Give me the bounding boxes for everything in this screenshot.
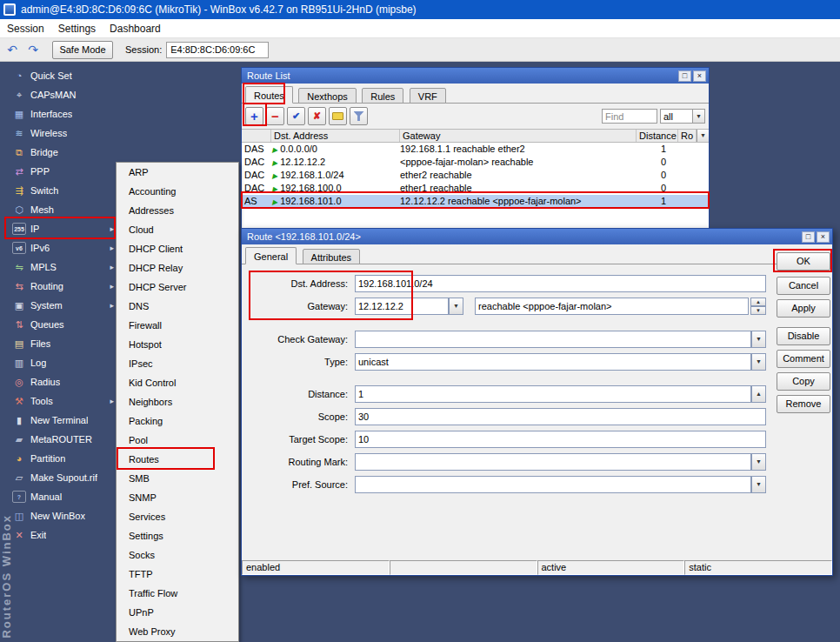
pref-source-dropdown-icon[interactable]: ▼	[751, 476, 766, 493]
sidebar-item[interactable]: ⌖ CAPsMAN	[10, 85, 116, 104]
menu-item[interactable]: Session	[0, 19, 51, 38]
dialog-button[interactable]: Remove	[777, 395, 830, 413]
sidebar-item[interactable]: ≋ Wireless	[10, 124, 116, 143]
submenu-item[interactable]: Neighbors	[117, 392, 238, 411]
dialog-button[interactable]: OK	[777, 252, 830, 271]
sidebar-item[interactable]: ▰ MetaROUTER	[10, 430, 116, 449]
sidebar-item[interactable]: ? Manual	[10, 487, 116, 506]
sidebar-item[interactable]: ▣ System ▸	[10, 296, 116, 315]
submenu-item[interactable]: IPsec	[117, 354, 238, 373]
column-dst-address[interactable]: Dst. Address	[271, 130, 400, 142]
chevron-down-icon[interactable]: ▼	[692, 110, 704, 123]
sidebar-item[interactable]: ◎ Radius	[10, 372, 116, 391]
submenu-item[interactable]: Hotspot	[117, 335, 238, 354]
submenu-item[interactable]: DNS	[117, 297, 238, 316]
type-dropdown-icon[interactable]: ▼	[751, 353, 766, 371]
sidebar-item[interactable]: ⇅ Queues	[10, 315, 116, 334]
column-distance[interactable]: Distance	[637, 130, 678, 142]
submenu-item[interactable]: Web Proxy	[117, 622, 238, 641]
sidebar-item[interactable]: ⚒ Tools ▸	[10, 391, 116, 411]
distance-up-icon[interactable]: ▲	[751, 385, 766, 403]
add-route-button[interactable]: +	[245, 107, 263, 125]
dialog-button[interactable]: Comment	[777, 350, 830, 368]
menu-item[interactable]: Dashboard	[103, 19, 168, 38]
sidebar-item[interactable]: ⇶ Switch	[10, 181, 116, 200]
submenu-item[interactable]: Settings	[117, 526, 238, 545]
type-combo[interactable]: unicast	[355, 353, 751, 371]
submenu-item[interactable]: TFTP	[117, 565, 238, 584]
submenu-item[interactable]: Accounting	[117, 182, 238, 201]
redo-icon[interactable]: ↷	[24, 41, 42, 58]
sidebar-item[interactable]: ⬡ Mesh	[10, 200, 116, 219]
column-routing-mark[interactable]: Ro	[678, 130, 697, 142]
find-input[interactable]	[602, 109, 657, 124]
pref-source-combo[interactable]	[355, 476, 751, 493]
close-icon[interactable]: ×	[817, 231, 830, 243]
check-gateway-dropdown-icon[interactable]: ▼	[751, 331, 766, 348]
spinner-up-icon[interactable]: ▲	[750, 298, 766, 306]
tab-nexthops[interactable]: Nexthops	[298, 88, 356, 104]
routing-mark-combo[interactable]	[355, 453, 751, 471]
enable-route-button[interactable]: ✔	[287, 107, 305, 125]
table-row[interactable]: DAC ▶12.12.12.2 <pppoe-fajar-molan> reac…	[242, 156, 709, 169]
sidebar-item[interactable]: ⇆ Routing ▸	[10, 277, 116, 296]
filter-button[interactable]	[350, 107, 368, 125]
submenu-item[interactable]: Addresses	[117, 201, 238, 220]
submenu-item[interactable]: DHCP Client	[117, 239, 238, 258]
sidebar-item[interactable]: ⇄ PPP	[10, 162, 116, 181]
sidebar-item[interactable]: ◫ New WinBox	[10, 506, 116, 525]
safe-mode-button[interactable]: Safe Mode	[52, 41, 113, 59]
route-list-titlebar[interactable]: Route List □ ×	[242, 68, 709, 84]
sidebar-item[interactable]: ⇋ MPLS ▸	[10, 257, 116, 277]
submenu-item[interactable]: ARP	[117, 163, 238, 182]
comment-button[interactable]	[329, 107, 347, 125]
table-row[interactable]: DAS ▶0.0.0.0/0 192.168.1.1 reachable eth…	[242, 143, 709, 156]
filter-scope-combo[interactable]: all ▼	[660, 109, 705, 124]
menu-item[interactable]: Settings	[51, 19, 103, 38]
dst-address-input[interactable]	[355, 275, 766, 292]
tab-vrf[interactable]: VRF	[410, 88, 446, 104]
dialog-button[interactable]: Apply	[777, 299, 830, 318]
maximize-icon[interactable]: □	[678, 70, 691, 82]
sidebar-item[interactable]: v6 IPv6 ▸	[10, 238, 116, 257]
submenu-item[interactable]: SNMP	[117, 488, 238, 507]
sidebar-item[interactable]: ◕ Partition	[10, 449, 116, 468]
close-icon[interactable]: ×	[693, 70, 706, 82]
submenu-item[interactable]: Kid Control	[117, 373, 238, 392]
column-gateway[interactable]: Gateway	[400, 130, 637, 142]
tab-routes[interactable]: Routes	[245, 86, 293, 104]
spinner-down-icon[interactable]: ▼	[750, 306, 766, 315]
undo-icon[interactable]: ↶	[3, 41, 21, 58]
sidebar-item[interactable]: ▮ New Terminal	[10, 411, 116, 430]
scope-input[interactable]	[355, 408, 766, 425]
tab-attributes[interactable]: Attributes	[303, 249, 360, 264]
submenu-item[interactable]: Services	[117, 507, 238, 526]
check-gateway-combo[interactable]	[355, 331, 751, 348]
submenu-item[interactable]: Traffic Flow	[117, 584, 238, 603]
sidebar-item[interactable]: 255 IP ▸	[10, 219, 116, 238]
routing-mark-dropdown-icon[interactable]: ▼	[751, 453, 766, 471]
dialog-button[interactable]: Disable	[777, 327, 830, 345]
sidebar-item[interactable]: ▦ Interfaces	[10, 104, 116, 124]
table-row[interactable]: DAC ▶192.168.100.0 ether1 reachable 0	[242, 182, 709, 195]
gateway-dropdown-icon[interactable]: ▼	[449, 298, 463, 315]
dialog-button[interactable]: Cancel	[777, 277, 830, 295]
table-row[interactable]: DAC ▶192.168.1.0/24 ether2 reachable 0	[242, 169, 709, 182]
remove-route-button[interactable]: −	[266, 107, 284, 125]
disable-route-button[interactable]: ✘	[308, 107, 326, 125]
submenu-item[interactable]: Routes	[117, 450, 238, 469]
table-row[interactable]: AS ▶192.168.101.0 12.12.12.2 reachable <…	[242, 195, 709, 208]
submenu-item[interactable]: Socks	[117, 545, 238, 565]
column-chooser-icon[interactable]: ▼	[697, 130, 709, 142]
submenu-item[interactable]: Cloud	[117, 220, 238, 239]
maximize-icon[interactable]: □	[802, 231, 815, 243]
sidebar-item[interactable]: ✕ Exit	[10, 525, 116, 545]
submenu-item[interactable]: SMB	[117, 469, 238, 488]
dialog-button[interactable]: Copy	[777, 372, 830, 391]
target-scope-input[interactable]	[355, 431, 766, 448]
sidebar-item[interactable]: ◔ Quick Set	[10, 66, 116, 85]
submenu-item[interactable]: DHCP Server	[117, 278, 238, 297]
distance-input[interactable]	[355, 385, 751, 403]
route-dialog-titlebar[interactable]: Route <192.168.101.0/24> □ ×	[242, 229, 832, 244]
submenu-item[interactable]: Firewall	[117, 316, 238, 335]
